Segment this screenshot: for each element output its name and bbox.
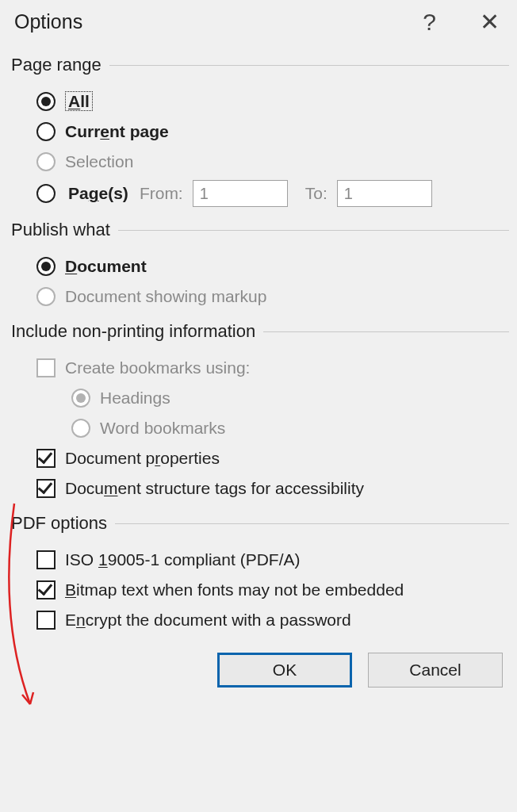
checkbox-encrypt-label: Encrypt the document with a password <box>65 611 351 630</box>
radio-document-label: Document <box>65 257 147 276</box>
publish-what-heading: Publish what <box>0 220 517 240</box>
checkbox-create-bookmarks: Create bookmarks using: <box>36 356 509 380</box>
checkbox-icon <box>36 479 56 498</box>
radio-word-bookmarks-label: Word bookmarks <box>100 419 225 438</box>
dialog-buttons: OK Cancel <box>0 638 517 688</box>
pages-to-spinner[interactable] <box>337 180 432 207</box>
pages-from-spinner[interactable] <box>193 180 288 207</box>
help-icon[interactable]: ? <box>423 9 436 36</box>
radio-selection: Selection <box>36 150 509 174</box>
checkbox-doc-properties[interactable]: Document properties <box>36 446 509 470</box>
radio-word-bookmarks: Word bookmarks <box>71 416 509 440</box>
checkbox-structure-tags-label: Document structure tags for accessibilit… <box>65 479 364 498</box>
pdf-options-heading: PDF options <box>0 513 517 534</box>
radio-pages-label: Page(s) <box>68 184 128 203</box>
pages-to-label: To: <box>305 184 327 203</box>
pages-to-input[interactable] <box>338 181 517 206</box>
radio-all[interactable]: All <box>36 90 509 113</box>
radio-icon <box>71 419 90 438</box>
radio-selection-label: Selection <box>65 152 133 171</box>
radio-document[interactable]: Document <box>36 255 509 278</box>
radio-icon <box>36 184 56 203</box>
checkbox-bitmap[interactable]: Bitmap text when fonts may not be embedd… <box>36 578 509 602</box>
checkbox-create-bookmarks-label: Create bookmarks using: <box>65 358 250 377</box>
checkbox-iso-label: ISO 19005-1 compliant (PDF/A) <box>65 550 300 569</box>
checkbox-icon <box>36 611 56 630</box>
radio-icon <box>36 152 56 171</box>
titlebar: Options ? ✕ <box>0 0 517 42</box>
radio-headings-label: Headings <box>100 389 170 408</box>
radio-document-markup: Document showing markup <box>36 285 509 308</box>
radio-pages[interactable]: Page(s) From: To: <box>36 180 509 207</box>
checkbox-iso[interactable]: ISO 19005-1 compliant (PDF/A) <box>36 548 509 572</box>
radio-icon <box>71 389 90 408</box>
radio-all-label: ll <box>80 92 90 110</box>
checkbox-encrypt[interactable]: Encrypt the document with a password <box>36 608 509 632</box>
checkbox-bitmap-label: Bitmap text when fonts may not be embedd… <box>65 580 404 599</box>
cancel-button[interactable]: Cancel <box>368 653 503 688</box>
dialog-title: Options <box>14 10 82 33</box>
radio-headings: Headings <box>71 386 509 410</box>
radio-document-markup-label: Document showing markup <box>65 287 266 306</box>
radio-current-page[interactable]: Current page <box>36 120 509 144</box>
radio-icon <box>36 257 56 276</box>
ok-button[interactable]: OK <box>217 653 352 688</box>
checkbox-structure-tags[interactable]: Document structure tags for accessibilit… <box>36 477 509 500</box>
radio-icon <box>36 92 56 111</box>
checkbox-icon <box>36 449 56 468</box>
radio-icon <box>36 122 56 141</box>
include-heading: Include non-printing information <box>0 321 517 342</box>
checkbox-doc-properties-label: Document properties <box>65 449 220 468</box>
radio-current-page-label: Current page <box>65 122 169 141</box>
close-icon[interactable]: ✕ <box>480 8 500 36</box>
checkbox-icon <box>36 550 56 569</box>
checkbox-icon <box>36 580 56 599</box>
pages-from-label: From: <box>140 184 183 203</box>
checkbox-icon <box>36 358 56 377</box>
radio-icon <box>36 287 56 306</box>
page-range-heading: Page range <box>0 55 517 75</box>
